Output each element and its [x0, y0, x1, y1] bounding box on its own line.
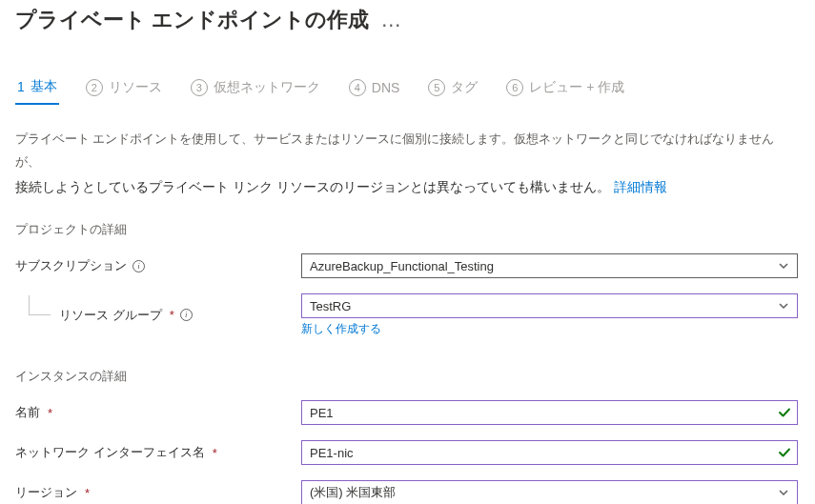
name-input[interactable]	[310, 406, 778, 420]
tab-label: レビュー + 作成	[529, 79, 624, 96]
tab-dns[interactable]: 4 DNS	[347, 75, 402, 104]
resource-group-value: TestRG	[310, 299, 351, 313]
label-name: 名前	[15, 404, 40, 421]
valid-check-icon	[778, 446, 791, 459]
info-icon[interactable]: i	[180, 309, 193, 321]
tab-vnet[interactable]: 3 仮想ネットワーク	[189, 75, 322, 104]
tab-tags[interactable]: 5 タグ	[426, 75, 479, 104]
step-number-icon: 3	[191, 79, 208, 96]
wizard-tabs: 1 基本 2 リソース 3 仮想ネットワーク 4 DNS 5 タグ 6 レビュー…	[15, 74, 798, 106]
required-asterisk-icon: *	[85, 486, 90, 500]
step-number-icon: 5	[428, 79, 445, 96]
section-project-details: プロジェクトの詳細	[15, 222, 798, 238]
tab-label: 仮想ネットワーク	[214, 79, 320, 96]
title-actions-ellipsis-icon[interactable]: …	[380, 8, 403, 32]
description-line2: 接続しようとしているプライベート リンク リソースのリージョンとは異なっていても…	[15, 179, 610, 194]
tab-label: リソース	[109, 79, 162, 96]
description-text: プライベート エンドポイントを使用して、サービスまたはリソースに個別に接続します…	[15, 129, 798, 199]
required-asterisk-icon: *	[170, 308, 174, 322]
tab-label: タグ	[451, 79, 478, 96]
step-number-icon: 6	[506, 79, 523, 96]
step-number-icon: 2	[86, 79, 103, 96]
subscription-select[interactable]: AzureBackup_Functional_Testing	[301, 253, 798, 278]
region-select[interactable]: (米国) 米国東部	[301, 480, 798, 504]
label-resource-group: リソース グループ	[59, 307, 162, 324]
step-number-icon: 4	[349, 79, 366, 96]
learn-more-link[interactable]: 詳細情報	[614, 179, 667, 194]
tab-label: DNS	[372, 80, 400, 95]
tab-review-create[interactable]: 6 レビュー + 作成	[504, 75, 626, 104]
tab-label: 基本	[31, 78, 57, 95]
tab-resource[interactable]: 2 リソース	[84, 75, 164, 104]
chevron-down-icon	[778, 487, 789, 498]
section-instance-details: インスタンスの詳細	[15, 369, 798, 385]
step-number: 1	[17, 79, 25, 94]
tab-basics[interactable]: 1 基本	[15, 74, 59, 105]
valid-check-icon	[778, 406, 791, 419]
description-line1: プライベート エンドポイントを使用して、サービスまたはリソースに個別に接続します…	[15, 129, 798, 174]
chevron-down-icon	[778, 260, 789, 272]
label-region: リージョン	[15, 484, 77, 501]
nic-name-input[interactable]	[310, 446, 778, 460]
region-value: (米国) 米国東部	[310, 484, 396, 501]
name-input-wrap	[301, 400, 798, 425]
subscription-value: AzureBackup_Functional_Testing	[310, 259, 494, 273]
required-asterisk-icon: *	[48, 406, 52, 420]
chevron-down-icon	[778, 300, 789, 312]
required-asterisk-icon: *	[213, 446, 217, 460]
label-nic-name: ネットワーク インターフェイス名	[15, 444, 205, 461]
nic-name-input-wrap	[301, 440, 798, 465]
create-new-link[interactable]: 新しく作成する	[301, 322, 381, 336]
label-subscription: サブスクリプション	[15, 257, 127, 274]
page-title: プライベート エンドポイントの作成	[15, 6, 369, 34]
resource-group-select[interactable]: TestRG	[301, 293, 798, 318]
info-icon[interactable]: i	[132, 260, 145, 272]
